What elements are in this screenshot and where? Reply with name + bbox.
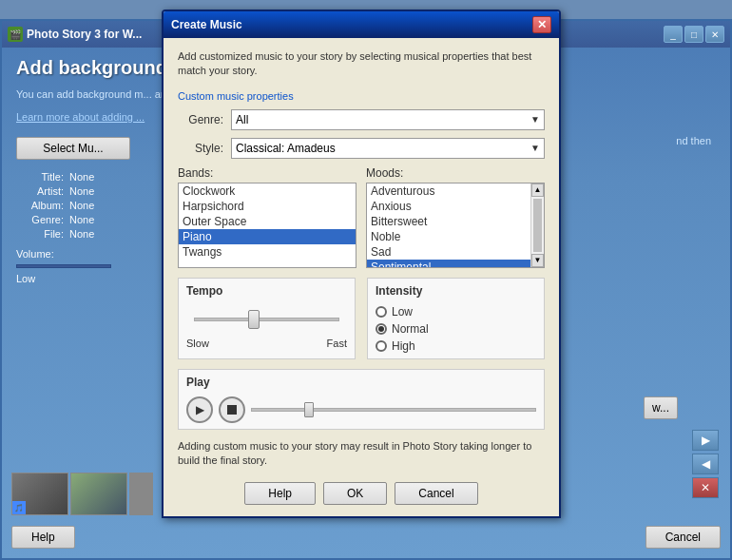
intensity-radio-group: Low Normal High [376, 305, 536, 353]
slow-label: Slow [186, 338, 209, 349]
intensity-high-radio[interactable] [376, 340, 387, 352]
tempo-slider-container [186, 305, 347, 334]
moods-column: Moods: Adventurous Anxious Bittersweet N… [366, 166, 545, 268]
style-dropdown[interactable]: Classical: Amadeus ▼ [231, 138, 545, 159]
intensity-normal-label: Normal [392, 322, 429, 336]
create-music-modal: Create Music ✕ Add customized music to y… [162, 10, 561, 518]
modal-ok-button[interactable]: OK [323, 482, 387, 505]
mood-sentimental[interactable]: Sentimental [367, 260, 530, 268]
modal-body: Add customized music to your story by se… [164, 38, 559, 516]
play-section: Play ▶ [178, 369, 545, 430]
bands-header: Bands: [178, 166, 356, 180]
band-outer-space[interactable]: Outer Space [179, 214, 356, 229]
radio-inner-selected [378, 326, 384, 332]
modal-help-button[interactable]: Help [244, 482, 316, 505]
bands-column: Bands: Clockwork Harpsichord Outer Space… [178, 166, 356, 268]
genre-dropdown[interactable]: All ▼ [231, 109, 545, 130]
mood-anxious[interactable]: Anxious [367, 199, 530, 214]
intensity-low-row[interactable]: Low [376, 305, 536, 319]
mood-bittersweet[interactable]: Bittersweet [367, 214, 530, 229]
moods-header: Moods: [366, 166, 545, 180]
moods-scrollbar[interactable]: ▲ ▼ [530, 183, 544, 267]
modal-footer: Help OK Cancel [178, 478, 545, 505]
play-controls: ▶ [186, 396, 536, 423]
band-harpsichord[interactable]: Harpsichord [179, 199, 356, 214]
mood-sad[interactable]: Sad [367, 244, 530, 260]
scrollbar-up[interactable]: ▲ [531, 183, 544, 197]
modal-cancel-button[interactable]: Cancel [395, 482, 477, 505]
bands-moods-section: Bands: Clockwork Harpsichord Outer Space… [178, 166, 545, 268]
stop-icon [227, 405, 237, 415]
genre-dropdown-arrow: ▼ [530, 114, 540, 125]
play-title: Play [186, 376, 536, 389]
tempo-slider-labels: Slow Fast [186, 338, 347, 349]
tempo-title: Tempo [186, 284, 347, 298]
style-dropdown-arrow: ▼ [530, 143, 540, 153]
modal-close-button[interactable]: ✕ [532, 16, 551, 33]
intensity-section: Intensity Low Normal [367, 278, 545, 359]
fast-label: Fast [327, 338, 347, 349]
tempo-intensity-row: Tempo Slow Fast Intensity [178, 278, 545, 359]
modal-overlay: Create Music ✕ Add customized music to y… [0, 0, 732, 560]
modal-titlebar: Create Music ✕ [164, 11, 559, 38]
band-clockwork[interactable]: Clockwork [179, 183, 356, 199]
mood-adventurous[interactable]: Adventurous [367, 183, 530, 199]
band-twangs[interactable]: Twangs [179, 244, 356, 260]
warning-text: Adding custom music to your story may re… [178, 439, 545, 469]
intensity-low-radio[interactable] [376, 306, 387, 318]
band-piano[interactable]: Piano [179, 229, 356, 244]
tempo-slider-track [194, 318, 339, 321]
scrollbar-down[interactable]: ▼ [531, 254, 544, 267]
progress-track[interactable] [251, 408, 536, 412]
intensity-normal-row[interactable]: Normal [376, 322, 536, 336]
stop-button[interactable] [219, 396, 245, 423]
style-dropdown-value: Classical: Amadeus [236, 142, 336, 155]
intensity-title: Intensity [376, 284, 536, 298]
progress-thumb[interactable] [304, 402, 314, 417]
style-row: Style: Classical: Amadeus ▼ [178, 138, 545, 159]
modal-description: Add customized music to your story by se… [178, 49, 545, 79]
tempo-slider-thumb[interactable] [248, 310, 260, 329]
intensity-high-label: High [392, 339, 415, 353]
genre-dropdown-value: All [236, 113, 248, 126]
intensity-low-label: Low [392, 305, 413, 319]
bands-listbox[interactable]: Clockwork Harpsichord Outer Space Piano … [178, 183, 356, 268]
scrollbar-thumb[interactable] [533, 199, 542, 252]
genre-form-label: Genre: [178, 113, 223, 126]
tempo-section: Tempo Slow Fast [178, 278, 356, 359]
intensity-normal-radio[interactable] [376, 323, 387, 335]
mood-noble[interactable]: Noble [367, 229, 530, 244]
style-form-label: Style: [178, 142, 223, 155]
intensity-high-row[interactable]: High [376, 339, 536, 353]
section-header: Custom music properties [178, 90, 545, 102]
modal-title: Create Music [171, 18, 532, 31]
genre-row: Genre: All ▼ [178, 109, 545, 130]
moods-listbox[interactable]: Adventurous Anxious Bittersweet Noble Sa… [366, 183, 545, 268]
play-button[interactable]: ▶ [186, 396, 213, 423]
